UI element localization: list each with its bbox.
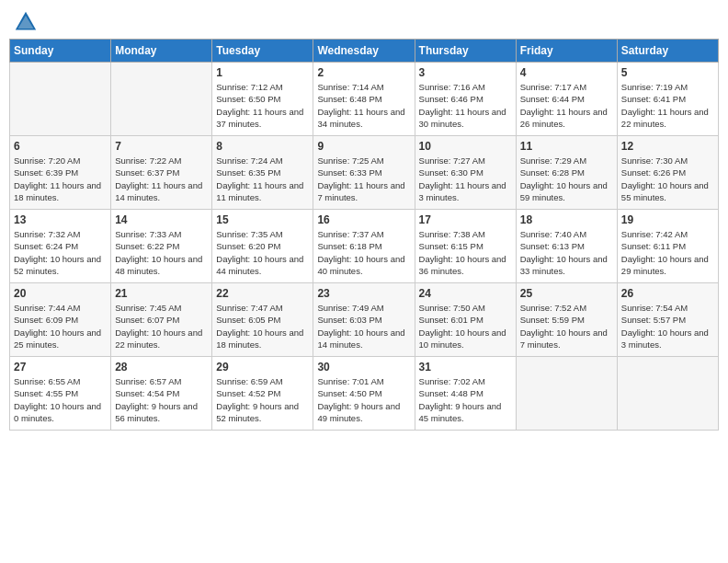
calendar-cell: 22Sunrise: 7:47 AM Sunset: 6:05 PM Dayli…: [212, 283, 313, 357]
calendar-week-row: 6Sunrise: 7:20 AM Sunset: 6:39 PM Daylig…: [10, 136, 719, 210]
calendar-cell: 19Sunrise: 7:42 AM Sunset: 6:11 PM Dayli…: [617, 210, 718, 283]
day-number: 24: [419, 287, 512, 300]
day-number: 7: [115, 140, 208, 153]
calendar-table: SundayMondayTuesdayWednesdayThursdayFrid…: [9, 39, 719, 431]
day-number: 29: [216, 361, 309, 373]
day-number: 20: [14, 287, 107, 300]
calendar-cell: 8Sunrise: 7:24 AM Sunset: 6:35 PM Daylig…: [212, 136, 313, 210]
calendar-cell: 3Sunrise: 7:16 AM Sunset: 6:46 PM Daylig…: [415, 63, 516, 136]
day-info: Sunrise: 6:57 AM Sunset: 4:54 PM Dayligh…: [115, 375, 208, 424]
day-info: Sunrise: 7:30 AM Sunset: 6:26 PM Dayligh…: [621, 155, 714, 203]
calendar-cell: 23Sunrise: 7:49 AM Sunset: 6:03 PM Dayli…: [313, 283, 415, 357]
day-info: Sunrise: 7:52 AM Sunset: 5:59 PM Dayligh…: [520, 302, 613, 350]
day-info: Sunrise: 7:45 AM Sunset: 6:07 PM Dayligh…: [115, 302, 208, 350]
day-number: 19: [621, 213, 714, 226]
day-info: Sunrise: 7:01 AM Sunset: 4:50 PM Dayligh…: [317, 375, 410, 424]
logo-icon: [13, 9, 39, 35]
calendar-cell: 18Sunrise: 7:40 AM Sunset: 6:13 PM Dayli…: [516, 210, 617, 283]
calendar-cell: 25Sunrise: 7:52 AM Sunset: 5:59 PM Dayli…: [516, 283, 617, 357]
calendar-cell: 12Sunrise: 7:30 AM Sunset: 6:26 PM Dayli…: [617, 136, 718, 210]
calendar-cell: 11Sunrise: 7:29 AM Sunset: 6:28 PM Dayli…: [516, 136, 617, 210]
calendar-cell: 16Sunrise: 7:37 AM Sunset: 6:18 PM Dayli…: [313, 210, 415, 283]
calendar-cell: 6Sunrise: 7:20 AM Sunset: 6:39 PM Daylig…: [10, 136, 111, 210]
calendar-cell: 28Sunrise: 6:57 AM Sunset: 4:54 PM Dayli…: [111, 357, 212, 431]
day-number: 6: [14, 140, 107, 153]
day-info: Sunrise: 7:19 AM Sunset: 6:41 PM Dayligh…: [621, 81, 714, 130]
day-number: 18: [520, 213, 613, 226]
day-number: 3: [419, 66, 512, 79]
calendar-week-row: 20Sunrise: 7:44 AM Sunset: 6:09 PM Dayli…: [10, 283, 719, 357]
day-number: 22: [216, 287, 309, 300]
day-number: 15: [216, 213, 309, 226]
day-number: 1: [216, 66, 309, 79]
day-number: 25: [520, 287, 613, 300]
page-header: [9, 9, 719, 35]
calendar-cell: [516, 357, 617, 431]
calendar-cell: 30Sunrise: 7:01 AM Sunset: 4:50 PM Dayli…: [313, 357, 415, 431]
day-info: Sunrise: 7:44 AM Sunset: 6:09 PM Dayligh…: [14, 302, 107, 350]
day-info: Sunrise: 7:12 AM Sunset: 6:50 PM Dayligh…: [216, 81, 309, 130]
weekday-header-thursday: Thursday: [415, 40, 516, 63]
day-info: Sunrise: 7:25 AM Sunset: 6:33 PM Dayligh…: [317, 155, 410, 203]
day-info: Sunrise: 7:20 AM Sunset: 6:39 PM Dayligh…: [14, 155, 107, 203]
weekday-header-saturday: Saturday: [617, 40, 718, 63]
day-info: Sunrise: 7:35 AM Sunset: 6:20 PM Dayligh…: [216, 228, 309, 277]
day-number: 14: [115, 213, 208, 226]
calendar-cell: 31Sunrise: 7:02 AM Sunset: 4:48 PM Dayli…: [415, 357, 516, 431]
day-number: 21: [115, 287, 208, 300]
calendar-cell: 10Sunrise: 7:27 AM Sunset: 6:30 PM Dayli…: [415, 136, 516, 210]
day-info: Sunrise: 7:16 AM Sunset: 6:46 PM Dayligh…: [419, 81, 512, 130]
day-info: Sunrise: 7:50 AM Sunset: 6:01 PM Dayligh…: [419, 302, 512, 350]
day-info: Sunrise: 7:32 AM Sunset: 6:24 PM Dayligh…: [14, 228, 107, 277]
day-number: 10: [419, 140, 512, 153]
day-number: 26: [621, 287, 714, 300]
day-info: Sunrise: 7:54 AM Sunset: 5:57 PM Dayligh…: [621, 302, 714, 350]
day-number: 12: [621, 140, 714, 153]
day-info: Sunrise: 7:38 AM Sunset: 6:15 PM Dayligh…: [419, 228, 512, 277]
day-info: Sunrise: 7:24 AM Sunset: 6:35 PM Dayligh…: [216, 155, 309, 203]
calendar-cell: 1Sunrise: 7:12 AM Sunset: 6:50 PM Daylig…: [212, 63, 313, 136]
day-number: 27: [14, 361, 107, 373]
day-number: 13: [14, 213, 107, 226]
day-info: Sunrise: 7:47 AM Sunset: 6:05 PM Dayligh…: [216, 302, 309, 350]
day-info: Sunrise: 6:55 AM Sunset: 4:55 PM Dayligh…: [14, 375, 107, 424]
day-info: Sunrise: 7:29 AM Sunset: 6:28 PM Dayligh…: [520, 155, 613, 203]
calendar-week-row: 1Sunrise: 7:12 AM Sunset: 6:50 PM Daylig…: [10, 63, 719, 136]
day-number: 4: [520, 66, 613, 79]
calendar-cell: 15Sunrise: 7:35 AM Sunset: 6:20 PM Dayli…: [212, 210, 313, 283]
day-info: Sunrise: 7:42 AM Sunset: 6:11 PM Dayligh…: [621, 228, 714, 277]
weekday-header-tuesday: Tuesday: [212, 40, 313, 63]
weekday-header-sunday: Sunday: [10, 40, 111, 63]
weekday-header-friday: Friday: [516, 40, 617, 63]
calendar-cell: 4Sunrise: 7:17 AM Sunset: 6:44 PM Daylig…: [516, 63, 617, 136]
calendar-cell: 13Sunrise: 7:32 AM Sunset: 6:24 PM Dayli…: [10, 210, 111, 283]
day-info: Sunrise: 7:40 AM Sunset: 6:13 PM Dayligh…: [520, 228, 613, 277]
calendar-cell: 21Sunrise: 7:45 AM Sunset: 6:07 PM Dayli…: [111, 283, 212, 357]
day-number: 8: [216, 140, 309, 153]
day-info: Sunrise: 7:37 AM Sunset: 6:18 PM Dayligh…: [317, 228, 410, 277]
calendar-cell: [111, 63, 212, 136]
day-info: Sunrise: 7:17 AM Sunset: 6:44 PM Dayligh…: [520, 81, 613, 130]
day-info: Sunrise: 6:59 AM Sunset: 4:52 PM Dayligh…: [216, 375, 309, 424]
calendar-cell: [617, 357, 718, 431]
weekday-header-wednesday: Wednesday: [313, 40, 415, 63]
day-number: 23: [317, 287, 410, 300]
calendar-cell: 5Sunrise: 7:19 AM Sunset: 6:41 PM Daylig…: [617, 63, 718, 136]
day-number: 5: [621, 66, 714, 79]
calendar-cell: [10, 63, 111, 136]
day-number: 16: [317, 213, 410, 226]
day-number: 11: [520, 140, 613, 153]
day-number: 28: [115, 361, 208, 373]
day-number: 30: [317, 361, 410, 373]
calendar-cell: 7Sunrise: 7:22 AM Sunset: 6:37 PM Daylig…: [111, 136, 212, 210]
calendar-cell: 24Sunrise: 7:50 AM Sunset: 6:01 PM Dayli…: [415, 283, 516, 357]
day-number: 31: [419, 361, 512, 373]
day-info: Sunrise: 7:27 AM Sunset: 6:30 PM Dayligh…: [419, 155, 512, 203]
day-info: Sunrise: 7:22 AM Sunset: 6:37 PM Dayligh…: [115, 155, 208, 203]
weekday-header-row: SundayMondayTuesdayWednesdayThursdayFrid…: [10, 40, 719, 63]
weekday-header-monday: Monday: [111, 40, 212, 63]
calendar-cell: 27Sunrise: 6:55 AM Sunset: 4:55 PM Dayli…: [10, 357, 111, 431]
logo: [13, 9, 42, 35]
calendar-cell: 17Sunrise: 7:38 AM Sunset: 6:15 PM Dayli…: [415, 210, 516, 283]
day-number: 17: [419, 213, 512, 226]
